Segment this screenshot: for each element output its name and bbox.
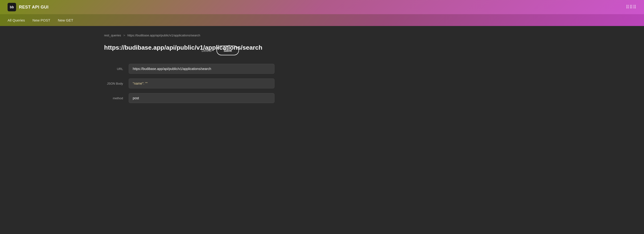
title-row: https://budibase.app/api/public/v1/appli… (104, 44, 644, 55)
logo-box: bb (8, 3, 16, 11)
url-input[interactable] (129, 64, 274, 74)
breadcrumb-root: rest_queries (104, 33, 121, 37)
method-row: method (104, 93, 274, 103)
json-body-input[interactable] (129, 78, 274, 88)
title-actions: Delete Save (202, 46, 239, 55)
method-label: method (104, 96, 123, 100)
main-content: rest_queries > https://budibase.app/api/… (0, 26, 644, 234)
logo-container: bb REST API GUI (8, 3, 48, 11)
url-row: URL (104, 64, 274, 74)
json-body-label: JSON Body (104, 82, 123, 85)
page-title: https://budibase.app/api/public/v1/appli… (104, 44, 194, 52)
delete-button[interactable]: Delete (202, 46, 212, 54)
breadcrumb-current: https://budibase.app/api/public/v1/appli… (127, 33, 200, 37)
nav-item-new-get[interactable]: New GET (58, 17, 73, 23)
breadcrumb-separator: > (123, 33, 125, 37)
form-section: URL JSON Body method (104, 64, 274, 103)
grid-icon[interactable]: ⠿⠿⠿ (626, 4, 636, 10)
header-right: ⠿⠿⠿ (626, 4, 636, 10)
nav-item-new-post[interactable]: New POST (32, 17, 50, 23)
header: bb REST API GUI ⠿⠿⠿ (0, 0, 644, 14)
json-body-row: JSON Body (104, 78, 274, 88)
breadcrumb: rest_queries > https://budibase.app/api/… (104, 33, 644, 37)
nav-item-all-queries[interactable]: All Queries (8, 17, 25, 23)
logo-text: bb (10, 5, 14, 9)
nav-bar: All Queries New POST New GET (0, 14, 644, 26)
app-title: REST API GUI (19, 5, 48, 10)
save-button[interactable]: Save (216, 46, 239, 55)
method-input[interactable] (129, 93, 274, 103)
url-label: URL (104, 67, 123, 71)
